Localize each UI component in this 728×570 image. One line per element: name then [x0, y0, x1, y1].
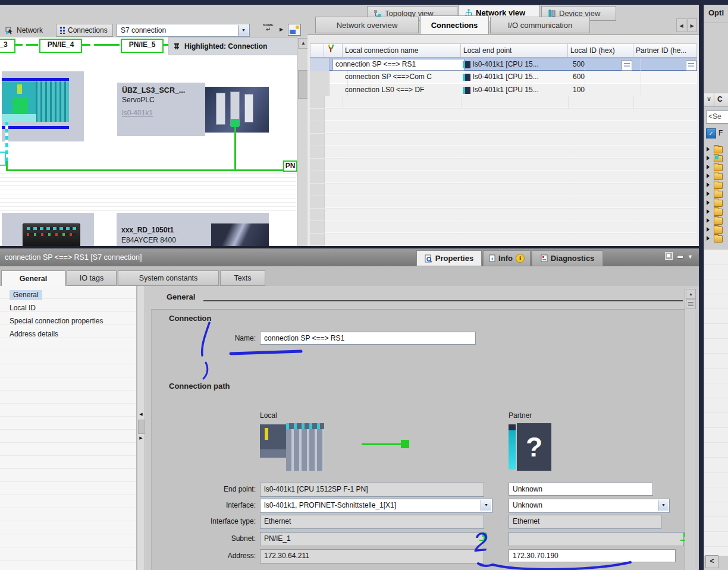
table-row-selected[interactable]: connection SP <==> RS1 ls0-401k1 [CPU 15… [310, 58, 697, 71]
table-empty-row[interactable] [310, 184, 697, 196]
window-float-icon[interactable] [665, 252, 673, 260]
plc-device-image[interactable] [2, 81, 69, 122]
catalog-folder-item[interactable] [705, 163, 728, 171]
io-device-image[interactable] [23, 223, 80, 247]
catalog-folder-item[interactable] [705, 216, 728, 225]
expand-arrow-icon[interactable] [707, 156, 710, 160]
tab-scroll-left-button[interactable]: ◀ [676, 18, 686, 32]
connections-mode-button[interactable]: Connections [56, 24, 113, 37]
tab-diagnostics[interactable]: Diagnostics [532, 250, 603, 266]
table-empty-row[interactable] [310, 146, 697, 158]
catalog-folder-item[interactable] [705, 207, 728, 216]
tab-connections[interactable]: Connections [420, 15, 489, 34]
options-panel-border[interactable] [699, 5, 704, 570]
column-header-name[interactable]: Local connection name [343, 43, 461, 58]
table-empty-row[interactable] [310, 171, 697, 183]
expand-arrow-icon[interactable] [707, 182, 710, 187]
tab-info[interactable]: i Info i [483, 250, 531, 266]
scrollbar-thumb[interactable] [298, 70, 307, 99]
scroll-up-icon[interactable]: ▲ [686, 289, 696, 299]
catalog-folder-item[interactable] [705, 181, 728, 189]
chevron-down-icon[interactable]: ∨ [707, 95, 711, 103]
table-row[interactable]: connection SP <==>Com C ls0-401k1 [CPU 1… [310, 71, 697, 84]
nav-item-general[interactable]: General [0, 289, 146, 301]
catalog-folder-item[interactable] [705, 145, 728, 153]
table-empty-row[interactable] [310, 134, 697, 146]
tab-properties[interactable]: Properties [416, 250, 482, 266]
column-header-local-id[interactable]: Local ID (hex) [568, 43, 633, 58]
subtab-texts[interactable]: Texts [220, 270, 265, 286]
catalog-folder-item[interactable] [705, 172, 728, 180]
table-empty-row[interactable] [310, 109, 697, 121]
canvas-vertical-scrollbar[interactable]: ▲ [297, 37, 307, 247]
servo-device-image[interactable] [205, 87, 269, 133]
network-mode-button[interactable]: Network [2, 23, 46, 37]
tab-scroll-right-button[interactable]: ▶ [687, 18, 697, 32]
subtab-system-constants[interactable]: System constants [118, 270, 219, 286]
partner-endpoint-input[interactable] [509, 483, 653, 496]
table-empty-row[interactable] [310, 196, 697, 208]
catalog-section-header[interactable]: ∨ C [704, 93, 728, 107]
row-name-editor[interactable]: connection SP <==> RS1 [332, 59, 465, 71]
window-minimize-icon[interactable] [677, 255, 683, 259]
filter-checkbox[interactable]: ✓ [706, 128, 716, 138]
highlighted-connection-badge[interactable]: Highlighted: Connection [168, 37, 306, 55]
list-view-button[interactable] [686, 60, 696, 71]
nav-item-special[interactable]: Special connection properties [0, 315, 146, 327]
partner-address-input[interactable] [509, 549, 676, 562]
expand-arrow-icon[interactable] [707, 200, 710, 205]
section-menu-icon[interactable] [686, 299, 696, 309]
network-editor-canvas[interactable]: _3 PN/IE_4 PN/IE_5 Highlighted: Connecti… [0, 37, 307, 247]
subnet-label-pnie3[interactable]: _3 [0, 39, 15, 53]
catalog-folder-item[interactable] [705, 199, 728, 207]
table-empty-row[interactable] [310, 209, 697, 221]
connection-name-input[interactable] [260, 332, 476, 345]
expand-arrow-icon[interactable] [707, 191, 710, 196]
expand-arrow-icon[interactable] [707, 209, 710, 214]
collapse-panel-button[interactable]: < [705, 555, 718, 568]
expand-arrow-icon[interactable] [707, 165, 710, 169]
catalog-folder-item[interactable] [705, 225, 728, 234]
nav-item-address-details[interactable]: Address details [0, 328, 146, 341]
subnet-label-pnie5[interactable]: PN/IE_5 [121, 39, 164, 53]
pn-subnet-label[interactable]: PN [283, 160, 297, 172]
table-empty-row[interactable] [310, 221, 697, 233]
subnet-label-pnie4[interactable]: PN/IE_4 [39, 39, 82, 53]
splitter-handle[interactable] [138, 420, 145, 434]
servo-device-card[interactable]: ÜBZ_LS3_SCR_... ServoPLC ls0-401k1 [117, 83, 205, 136]
table-empty-row[interactable] [310, 234, 697, 245]
show-addresses-button[interactable] [288, 24, 301, 36]
expand-arrow-icon[interactable] [707, 174, 710, 178]
tab-network-overview[interactable]: Network overview [315, 17, 419, 33]
expand-arrow-icon[interactable] [707, 218, 710, 223]
splitter-collapse-right-icon[interactable]: ▶ [138, 433, 144, 443]
window-collapse-icon[interactable]: ▼ [688, 254, 693, 260]
subtab-general[interactable]: General [1, 270, 65, 286]
table-empty-row[interactable] [310, 96, 697, 108]
expand-arrow-icon[interactable] [707, 147, 710, 152]
column-header-partner-id[interactable]: Partner ID (he... [633, 43, 697, 58]
table-empty-row[interactable] [310, 159, 697, 171]
partner-interface-select[interactable]: Unknown ▼ [509, 499, 670, 513]
column-header-endpoint[interactable]: Local end point [461, 43, 568, 58]
connection-type-select[interactable]: S7 connection ▼ [117, 24, 250, 37]
subtab-io-tags[interactable]: IO tags [67, 270, 117, 286]
table-row[interactable]: connection LS0 <==> DF ls0-401k1 [CPU 15… [310, 84, 697, 97]
splitter-collapse-left-icon[interactable]: ◀ [138, 409, 144, 420]
scroll-up-icon[interactable]: ▲ [298, 38, 307, 49]
catalog-folder-item[interactable] [705, 234, 728, 243]
catalog-folder-item[interactable] [705, 190, 728, 198]
expand-arrow-icon[interactable] [707, 236, 710, 241]
local-interface-select[interactable]: ls0-401k1, PROFINET-Schnittstelle_1[X1] … [260, 499, 492, 513]
table-empty-row[interactable] [310, 121, 697, 133]
list-view-button[interactable] [622, 60, 632, 71]
dropdown-arrow-icon[interactable]: ▼ [238, 25, 249, 36]
dropdown-arrow-icon[interactable]: ▼ [481, 500, 491, 511]
toolbar-expand-arrow-icon[interactable]: ▶ [280, 27, 283, 32]
nav-item-local-id[interactable]: Local ID [0, 302, 146, 314]
dropdown-arrow-icon[interactable]: ▼ [658, 500, 669, 511]
catalog-search-input[interactable]: <Se [706, 111, 728, 124]
assign-device-name-button[interactable]: NAME ↵ [260, 23, 277, 37]
expand-arrow-icon[interactable] [707, 227, 710, 232]
nav-splitter[interactable]: ◀ ▶ [137, 286, 145, 570]
